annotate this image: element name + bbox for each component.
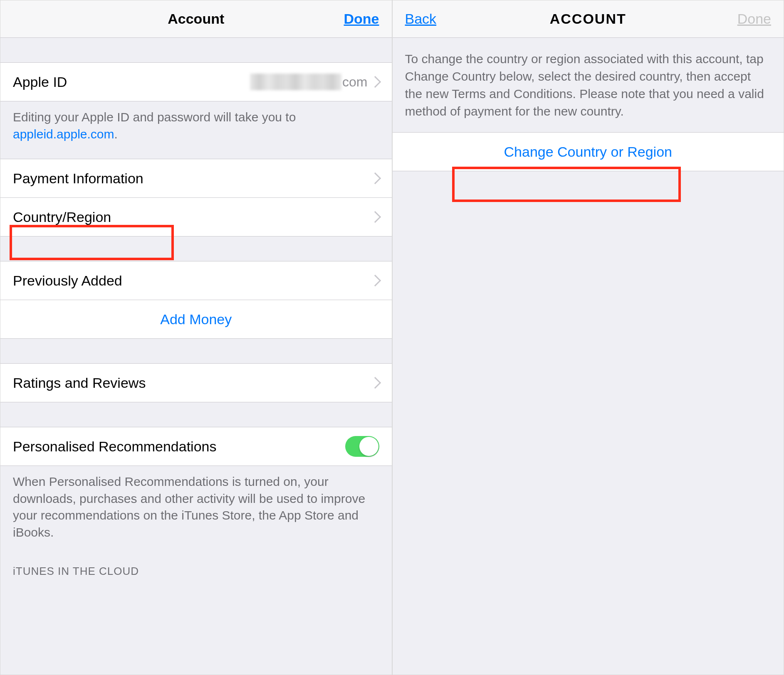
chevron-right-icon — [369, 211, 381, 223]
appleid-link[interactable]: appleid.apple.com — [13, 127, 114, 141]
chevron-right-icon — [369, 172, 381, 184]
chevron-right-icon — [369, 76, 381, 88]
payment-information-cell[interactable]: Payment Information — [0, 159, 392, 198]
account-panel-right: Back ACCOUNT Done To change the country … — [392, 0, 784, 675]
nav-title: Account — [168, 11, 224, 27]
back-button[interactable]: Back — [405, 11, 437, 27]
payment-information-label: Payment Information — [13, 170, 143, 187]
nav-bar: Account Done — [0, 0, 392, 38]
change-country-info: To change the country or region associat… — [393, 38, 784, 133]
personalised-recs-footer: When Personalised Recommendations is tur… — [0, 466, 392, 548]
ratings-reviews-label: Ratings and Reviews — [13, 375, 146, 391]
apple-id-footer: Editing your Apple ID and password will … — [0, 101, 392, 150]
account-panel-left: Account Done Apple ID com Editing your A… — [0, 0, 392, 675]
add-money-label: Add Money — [160, 311, 232, 328]
change-country-cell[interactable]: Change Country or Region — [393, 132, 784, 171]
nav-bar: Back ACCOUNT Done — [393, 0, 784, 38]
country-region-cell[interactable]: Country/Region — [0, 197, 392, 236]
chevron-right-icon — [369, 275, 381, 286]
country-region-label: Country/Region — [13, 209, 111, 225]
add-money-cell[interactable]: Add Money — [0, 300, 392, 339]
apple-id-label: Apple ID — [13, 74, 67, 90]
personalised-recs-label: Personalised Recommendations — [13, 439, 216, 455]
apple-id-value: com — [250, 74, 379, 90]
apple-id-cell[interactable]: Apple ID com — [0, 62, 392, 101]
personalised-recs-cell: Personalised Recommendations — [0, 427, 392, 466]
ratings-reviews-cell[interactable]: Ratings and Reviews — [0, 363, 392, 402]
blurred-email — [250, 74, 341, 90]
done-button-disabled: Done — [737, 11, 771, 27]
itunes-cloud-header: iTUNES IN THE CLOUD — [0, 548, 392, 583]
change-country-label: Change Country or Region — [504, 144, 672, 160]
previously-added-cell[interactable]: Previously Added — [0, 261, 392, 300]
personalised-recs-toggle[interactable] — [345, 436, 379, 457]
done-button[interactable]: Done — [344, 11, 379, 27]
previously-added-label: Previously Added — [13, 273, 122, 289]
nav-title: ACCOUNT — [550, 11, 626, 27]
chevron-right-icon — [369, 377, 381, 389]
